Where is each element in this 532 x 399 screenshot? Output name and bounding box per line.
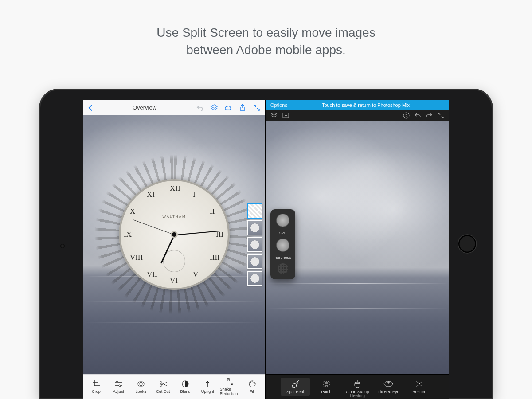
brush-hardness-label: hardness bbox=[274, 255, 291, 260]
svg-point-1 bbox=[119, 385, 121, 387]
layer-thumb-strip bbox=[247, 203, 262, 286]
brush-size-label: size bbox=[279, 231, 286, 235]
home-button[interactable] bbox=[458, 234, 477, 254]
fix-red-eye-icon bbox=[383, 379, 393, 388]
tool-fill[interactable]: Fill bbox=[242, 380, 262, 394]
mix-title: Overview bbox=[99, 104, 190, 111]
photoshop-mix-app: Overview bbox=[83, 100, 266, 399]
tool-label: Crop bbox=[92, 389, 101, 394]
cut-out-icon bbox=[159, 380, 167, 388]
layer-thumb[interactable] bbox=[247, 237, 262, 252]
clock-numeral: IX bbox=[124, 230, 132, 239]
tool-label: Clone Stamp bbox=[346, 390, 369, 394]
tool-label: Fill bbox=[250, 389, 255, 394]
crop-icon bbox=[92, 380, 100, 388]
tool-blend[interactable]: Blend bbox=[175, 380, 196, 394]
clock-numeral: V bbox=[193, 270, 198, 279]
tool-adjust[interactable]: Adjust bbox=[108, 380, 129, 394]
help-icon[interactable]: ? bbox=[403, 112, 410, 119]
restore-icon bbox=[415, 379, 424, 388]
svg-text:?: ? bbox=[405, 113, 407, 118]
svg-point-4 bbox=[160, 382, 162, 384]
fix-canvas[interactable]: size hardness bbox=[266, 121, 449, 374]
clock-numeral: X bbox=[130, 207, 135, 216]
spot-heal-icon bbox=[290, 379, 300, 388]
headline-line2: between Adobe mobile apps. bbox=[186, 43, 346, 57]
clock-numeral: IIII bbox=[210, 253, 220, 262]
tool-clone-stamp[interactable]: Clone Stamp bbox=[343, 379, 372, 394]
fullscreen-icon[interactable] bbox=[437, 112, 444, 119]
tool-upright[interactable]: Upright bbox=[197, 380, 218, 394]
tool-label: Looks bbox=[136, 389, 146, 394]
layer-thumb[interactable] bbox=[247, 220, 262, 235]
tool-label: Cut Out bbox=[156, 389, 170, 394]
tool-crop[interactable]: Crop bbox=[86, 380, 106, 394]
clock-second-hand bbox=[133, 219, 174, 235]
tool-label: Restore bbox=[412, 390, 426, 394]
mix-tool-row: CropAdjustLooksCut OutBlendUprightShake … bbox=[83, 374, 265, 399]
tool-label: Upright bbox=[201, 389, 214, 394]
camera-dot bbox=[60, 244, 65, 248]
tool-looks[interactable]: Looks bbox=[131, 380, 151, 394]
tool-spot-heal[interactable]: Spot Heal bbox=[281, 378, 310, 396]
fill-icon bbox=[248, 380, 256, 388]
tool-label: Patch bbox=[321, 390, 331, 394]
tool-label: Fix Red Eye bbox=[377, 390, 399, 394]
clock-minute-hand bbox=[174, 230, 221, 235]
brush-size-control[interactable] bbox=[276, 214, 289, 227]
clone-stamp-icon bbox=[352, 379, 362, 388]
back-button[interactable] bbox=[88, 104, 93, 111]
fix-banner[interactable]: Options Touch to save & return to Photos… bbox=[266, 100, 449, 110]
layers-icon[interactable] bbox=[210, 104, 218, 112]
photoshop-fix-app: Options Touch to save & return to Photos… bbox=[266, 100, 449, 399]
clock-numeral: II bbox=[210, 207, 215, 216]
undo-icon[interactable] bbox=[196, 104, 204, 112]
tool-patch[interactable]: Patch bbox=[312, 379, 341, 394]
banner-message: Touch to save & return to Photoshop Mix bbox=[287, 102, 444, 108]
redo-icon[interactable] bbox=[426, 112, 433, 119]
ipad-screen: Overview bbox=[83, 100, 449, 399]
brush-hardness-control[interactable] bbox=[276, 239, 289, 252]
tool-cut-out[interactable]: Cut Out bbox=[153, 380, 173, 394]
clock-numeral: I bbox=[193, 190, 196, 199]
shake-reduction-icon bbox=[226, 378, 234, 386]
marketing-headline: Use Split Screen to easily move images b… bbox=[0, 0, 532, 59]
options-button[interactable]: Options bbox=[270, 102, 287, 108]
svg-point-5 bbox=[160, 384, 162, 387]
tool-restore[interactable]: Restore bbox=[405, 379, 434, 394]
clock-center bbox=[172, 232, 176, 237]
clock-face: WALTHAM XIIIIIIIIIIIIVVIVIIVIIIIXXXI bbox=[119, 179, 230, 290]
layer-thumb[interactable] bbox=[247, 271, 262, 286]
fullscreen-icon[interactable] bbox=[253, 104, 261, 112]
svg-point-0 bbox=[116, 381, 118, 383]
clock-numeral: XII bbox=[170, 184, 180, 193]
undo-icon[interactable] bbox=[414, 112, 421, 119]
patch-icon bbox=[321, 379, 331, 388]
ipad-frame: Overview bbox=[39, 89, 493, 399]
share-icon[interactable] bbox=[239, 104, 246, 112]
clock-numeral: VI bbox=[170, 276, 178, 285]
tool-label: Shake Reduction bbox=[220, 387, 240, 396]
tool-label: Blend bbox=[180, 389, 191, 394]
clock-numeral: VIII bbox=[130, 253, 143, 262]
tool-label: Spot Heal bbox=[286, 390, 304, 394]
layers-icon[interactable] bbox=[270, 112, 278, 119]
svg-point-11 bbox=[297, 381, 298, 382]
creative-cloud-icon[interactable] bbox=[224, 104, 232, 112]
layer-thumb[interactable] bbox=[247, 203, 262, 219]
tool-shake-reduction[interactable]: Shake Reduction bbox=[220, 378, 240, 396]
mix-topbar: Overview bbox=[83, 100, 265, 115]
brush-panel[interactable]: size hardness bbox=[270, 209, 295, 279]
fix-tool-row: Spot HealPatchClone StampFix Red EyeRest… bbox=[266, 374, 449, 399]
looks-icon bbox=[137, 380, 145, 388]
clock-numeral: XI bbox=[147, 190, 155, 199]
svg-point-12 bbox=[298, 380, 299, 381]
mix-canvas[interactable]: WALTHAM XIIIIIIIIIIIIVVIVIIVIIIIXXXI bbox=[83, 115, 265, 374]
layer-thumb[interactable] bbox=[247, 254, 262, 269]
tool-fix-red-eye[interactable]: Fix Red Eye bbox=[374, 379, 403, 394]
clock-numeral: VII bbox=[147, 270, 157, 279]
fix-subbar: ? bbox=[266, 110, 449, 121]
image-icon[interactable] bbox=[282, 112, 289, 119]
adjust-icon bbox=[114, 380, 122, 388]
brush-pattern-control[interactable] bbox=[278, 263, 288, 274]
